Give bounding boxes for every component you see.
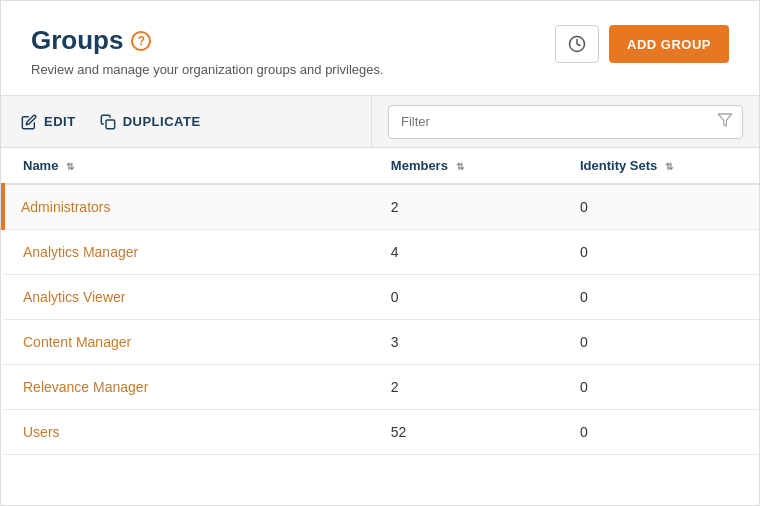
- header-actions: ADD GROUP: [555, 25, 729, 63]
- cell-members: 3: [371, 320, 560, 365]
- cell-members: 52: [371, 410, 560, 455]
- cell-name: Analytics Viewer: [3, 275, 371, 320]
- toolbar-right: [372, 105, 759, 139]
- header-left: Groups ? Review and manage your organiza…: [31, 25, 384, 77]
- help-icon[interactable]: ?: [131, 31, 151, 51]
- title-row: Groups ?: [31, 25, 384, 56]
- cell-identity-sets: 0: [560, 184, 759, 230]
- header-subtitle: Review and manage your organization grou…: [31, 62, 384, 77]
- duplicate-button[interactable]: DUPLICATE: [100, 114, 201, 130]
- table-row[interactable]: Content Manager30: [3, 320, 759, 365]
- page-container: Groups ? Review and manage your organiza…: [0, 0, 760, 506]
- col-header-identity[interactable]: Identity Sets ⇅: [560, 148, 759, 184]
- cell-members: 2: [371, 365, 560, 410]
- table-body: Administrators20Analytics Manager40Analy…: [3, 184, 759, 455]
- filter-input[interactable]: [388, 105, 743, 139]
- add-group-button[interactable]: ADD GROUP: [609, 25, 729, 63]
- table-row[interactable]: Analytics Manager40: [3, 230, 759, 275]
- history-button[interactable]: [555, 25, 599, 63]
- toolbar: EDIT DUPLICATE: [1, 96, 759, 148]
- cell-identity-sets: 0: [560, 410, 759, 455]
- table-row[interactable]: Users520: [3, 410, 759, 455]
- cell-identity-sets: 0: [560, 230, 759, 275]
- table-row[interactable]: Administrators20: [3, 184, 759, 230]
- cell-name: Administrators: [3, 184, 371, 230]
- toolbar-left: EDIT DUPLICATE: [1, 114, 371, 130]
- clock-icon: [568, 35, 586, 53]
- cell-name: Relevance Manager: [3, 365, 371, 410]
- cell-name: Analytics Manager: [3, 230, 371, 275]
- duplicate-label: DUPLICATE: [123, 114, 201, 129]
- sort-identity-icon: ⇅: [665, 161, 673, 172]
- cell-identity-sets: 0: [560, 320, 759, 365]
- sort-members-icon: ⇅: [456, 161, 464, 172]
- table-row[interactable]: Relevance Manager20: [3, 365, 759, 410]
- cell-members: 4: [371, 230, 560, 275]
- edit-label: EDIT: [44, 114, 76, 129]
- table-header-row: Name ⇅ Members ⇅ Identity Sets ⇅: [3, 148, 759, 184]
- page-title: Groups: [31, 25, 123, 56]
- page-header: Groups ? Review and manage your organiza…: [1, 1, 759, 96]
- filter-icon: [717, 112, 733, 132]
- edit-button[interactable]: EDIT: [21, 114, 76, 130]
- edit-icon: [21, 114, 37, 130]
- cell-identity-sets: 0: [560, 275, 759, 320]
- table-row[interactable]: Analytics Viewer00: [3, 275, 759, 320]
- cell-name: Users: [3, 410, 371, 455]
- svg-rect-1: [106, 120, 115, 129]
- col-header-name[interactable]: Name ⇅: [3, 148, 371, 184]
- groups-table: Name ⇅ Members ⇅ Identity Sets ⇅ Adminis…: [1, 148, 759, 455]
- cell-members: 2: [371, 184, 560, 230]
- duplicate-icon: [100, 114, 116, 130]
- col-header-members[interactable]: Members ⇅: [371, 148, 560, 184]
- svg-marker-2: [718, 114, 731, 126]
- cell-identity-sets: 0: [560, 365, 759, 410]
- table-container: Name ⇅ Members ⇅ Identity Sets ⇅ Adminis…: [1, 148, 759, 455]
- cell-name: Content Manager: [3, 320, 371, 365]
- sort-name-icon: ⇅: [66, 161, 74, 172]
- cell-members: 0: [371, 275, 560, 320]
- filter-wrapper: [388, 105, 743, 139]
